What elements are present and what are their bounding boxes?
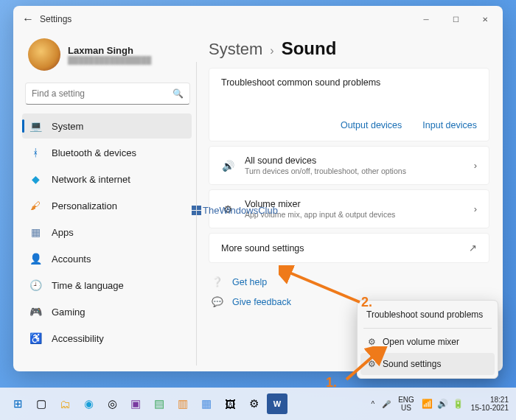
nav-label: Time & language [52, 280, 124, 291]
chevron-right-icon: › [474, 160, 477, 171]
edge-icon[interactable]: ◉ [78, 393, 99, 414]
app-icon[interactable]: ▣ [125, 393, 146, 414]
bluetooth-icon: ᚼ [29, 147, 41, 158]
nav-label: Personalization [52, 200, 117, 211]
troubleshoot-card: Troubleshoot common sound problems Outpu… [209, 68, 489, 141]
back-button[interactable]: ← [16, 13, 40, 26]
volume-mixer-row[interactable]: ⚙ Volume mixer App volume mix, app input… [209, 189, 489, 228]
menu-troubleshoot[interactable]: Troubleshoot sound problems [360, 304, 495, 326]
page-title: Sound [282, 38, 337, 59]
speaker-icon: 🔊 [221, 160, 234, 172]
output-devices-link[interactable]: Output devices [341, 120, 402, 130]
network-icon: ◆ [29, 173, 41, 185]
user-name: Laxman Singh [68, 45, 151, 56]
mic-icon[interactable]: 🎤 [382, 400, 391, 408]
menu-open-mixer[interactable]: ⚙ Open volume mixer [360, 331, 495, 353]
breadcrumb: System › Sound [209, 38, 489, 59]
volume-icon[interactable]: 🔊 [437, 399, 448, 409]
menu-label: Troubleshoot sound problems [366, 309, 483, 320]
nav-label: Apps [52, 227, 74, 238]
settings-icon[interactable]: ⚙ [243, 393, 264, 414]
feedback-icon: 💬 [212, 296, 223, 307]
sidebar-item-network[interactable]: ◆ Network & internet [22, 167, 192, 192]
sidebar-item-accounts[interactable]: 👤 Accounts [22, 246, 192, 271]
accessibility-icon: ♿ [29, 332, 41, 344]
nav-label: Bluetooth & devices [52, 147, 136, 158]
search-icon: 🔍 [172, 88, 184, 99]
app-icon[interactable]: ▦ [196, 393, 217, 414]
link-label: Give feedback [232, 297, 291, 307]
time-icon: 🕘 [29, 279, 41, 291]
mixer-icon: ⚙ [221, 203, 234, 215]
menu-label: Sound settings [383, 359, 441, 369]
file-explorer-icon[interactable]: 🗂 [55, 393, 75, 414]
system-icon: 💻 [29, 120, 41, 132]
user-account[interactable]: Laxman Singh ████████████████ [22, 35, 196, 78]
app-icon[interactable]: ▤ [149, 393, 170, 414]
sidebar-item-personalization[interactable]: 🖌 Personalization [22, 193, 192, 218]
nav-label: Network & internet [52, 174, 130, 185]
battery-icon[interactable]: 🔋 [453, 399, 464, 409]
app-icon[interactable]: ▥ [172, 393, 193, 414]
avatar [28, 38, 60, 71]
apps-icon: ▦ [29, 226, 41, 238]
chevron-right-icon: › [270, 44, 273, 57]
row-title: More sound settings [221, 243, 459, 253]
system-tray: ^ 🎤 ENGUS 📶 🔊 🔋 18:2115-10-2021 [371, 396, 509, 412]
sidebar-item-gaming[interactable]: 🎮 Gaming [22, 299, 192, 324]
menu-label: Open volume mixer [383, 337, 459, 347]
more-sound-settings-row[interactable]: More sound settings ↗ [209, 233, 489, 263]
nav-list: 💻 System ᚼ Bluetooth & devices ◆ Network… [22, 113, 196, 351]
accounts-icon: 👤 [29, 253, 41, 265]
divider [196, 62, 197, 365]
card-title: Troubleshoot common sound problems [221, 77, 477, 88]
breadcrumb-parent[interactable]: System [209, 40, 262, 59]
maximize-button[interactable]: ☐ [441, 9, 470, 29]
wifi-icon[interactable]: 📶 [422, 399, 433, 409]
start-button[interactable]: ⊞ [7, 393, 28, 414]
nav-label: System [52, 121, 83, 132]
clock[interactable]: 18:2115-10-2021 [471, 396, 509, 412]
chevron-right-icon: › [474, 203, 477, 214]
window-title: Settings [40, 14, 72, 24]
row-title: All sound devices [245, 155, 464, 166]
gear-icon: ⚙ [366, 337, 377, 347]
sidebar-item-bluetooth[interactable]: ᚼ Bluetooth & devices [22, 140, 192, 165]
external-link-icon: ↗ [469, 242, 477, 253]
search-field[interactable] [32, 88, 172, 99]
help-icon: ❔ [212, 276, 223, 287]
titlebar: ← Settings ─ ☐ ✕ [13, 6, 503, 32]
sidebar-item-system[interactable]: 💻 System [22, 113, 192, 139]
nav-label: Accessibility [52, 333, 104, 344]
link-label: Get help [232, 277, 267, 287]
sidebar-item-time[interactable]: 🕘 Time & language [22, 273, 192, 298]
gaming-icon: 🎮 [29, 306, 41, 318]
row-subtitle: App volume mix, app input & output devic… [245, 210, 464, 219]
sound-context-menu: Troubleshoot sound problems ⚙ Open volum… [357, 300, 498, 379]
tray-overflow[interactable]: ^ [371, 400, 374, 408]
task-view-button[interactable]: ▢ [31, 393, 52, 414]
input-devices-link[interactable]: Input devices [422, 120, 477, 130]
taskbar: ⊞ ▢ 🗂 ◉ ◎ ▣ ▤ ▥ ▦ 🖼 ⚙ W ^ 🎤 ENGUS 📶 🔊 🔋 … [0, 388, 516, 420]
app-icon[interactable]: 🖼 [220, 393, 240, 414]
row-title: Volume mixer [245, 199, 464, 209]
nav-label: Accounts [52, 253, 91, 265]
gear-icon: ⚙ [366, 359, 377, 369]
personalization-icon: 🖌 [29, 200, 41, 211]
language-indicator[interactable]: ENGUS [398, 396, 414, 412]
sidebar-item-apps[interactable]: ▦ Apps [22, 220, 192, 245]
sidebar-item-accessibility[interactable]: ♿ Accessibility [22, 326, 192, 351]
close-button[interactable]: ✕ [470, 9, 500, 29]
menu-separator [363, 328, 492, 329]
minimize-button[interactable]: ─ [411, 9, 441, 29]
sidebar: Laxman Singh ████████████████ 🔍 💻 System… [13, 32, 196, 371]
get-help-link[interactable]: ❔ Get help [209, 272, 489, 292]
nav-label: Gaming [52, 307, 86, 318]
all-sound-devices-row[interactable]: 🔊 All sound devices Turn devices on/off,… [209, 146, 489, 185]
word-icon[interactable]: W [267, 393, 287, 414]
chrome-icon[interactable]: ◎ [102, 393, 122, 414]
search-input[interactable]: 🔍 [25, 83, 190, 105]
row-subtitle: Turn devices on/off, troubleshoot, other… [245, 167, 464, 175]
user-email: ████████████████ [68, 56, 151, 64]
menu-sound-settings[interactable]: ⚙ Sound settings [360, 353, 495, 375]
